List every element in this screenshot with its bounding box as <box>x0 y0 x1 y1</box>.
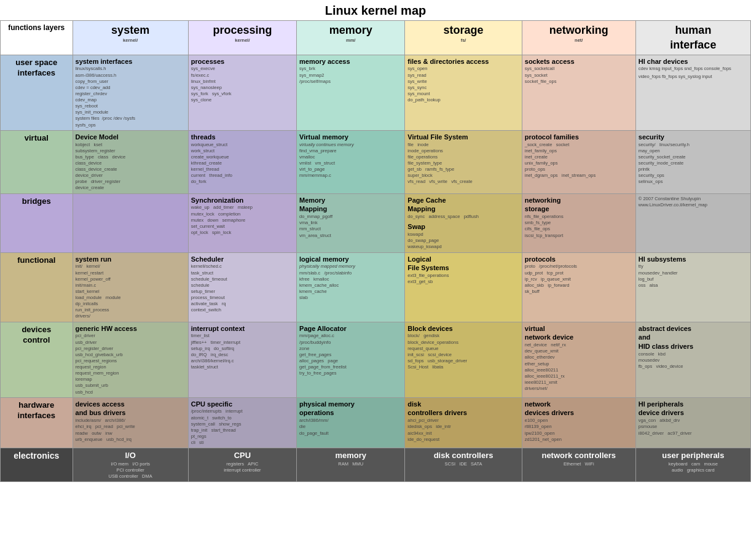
func-memory-title: logical memory <box>299 255 402 264</box>
functions-label: functions layers <box>8 23 65 32</box>
hw-processing-cell: CPU specific /proc/interrupts interrupt … <box>188 397 296 448</box>
user-networking-title: sockets access <box>525 57 633 66</box>
elec-storage-cell: disk controllers SCSI IDE SATA <box>405 448 522 482</box>
dev-processing-title: interrupt context <box>191 324 294 333</box>
elec-system-cell: I/O I/O mem I/O ports PCI controller USB… <box>73 448 188 482</box>
processing-col-title: processing <box>191 23 294 37</box>
virt-storage-cell: Virtual File System file inode inode_ope… <box>405 130 522 193</box>
dev-system-title: generic HW access <box>76 324 186 333</box>
elec-networking-cell: network controllers Ethernet WiFi <box>522 448 635 482</box>
elec-hi-title: user peripherals <box>639 450 748 461</box>
dev-hi-title: abstract devicesandHID class drivers <box>639 324 748 352</box>
hw-system-cell: devices accessand bus drivers include/as… <box>73 397 188 448</box>
col-header-system: system kernel/ <box>73 21 188 55</box>
kernel-map-table: functions layers system kernel/ processi… <box>0 20 751 482</box>
user-processing-cell: processes sys_execve fs/exec.c linux_bin… <box>188 55 296 130</box>
elec-system-title: I/O <box>76 450 186 461</box>
hardware-row: hardwareinterfaces devices accessand bus… <box>1 397 751 448</box>
hw-storage-cell: diskcontrollers drivers ahci_pci_driver … <box>405 397 522 448</box>
user-storage-title: files & directories access <box>407 57 519 66</box>
elec-processing-cell: CPU registers APIC interrupt controller <box>188 448 296 482</box>
brid-memory-cell: MemoryMapping do_mmap_pgoff vma_link mm_… <box>297 193 405 252</box>
brid-processing-title: Synchronization <box>191 196 294 205</box>
brid-memory-title: MemoryMapping <box>299 196 402 214</box>
storage-col-title: storage <box>407 23 519 37</box>
hw-storage-title: diskcontrollers drivers <box>407 400 519 418</box>
brid-storage-cell: Page CacheMapping do_sync address_space … <box>405 193 522 252</box>
dev-networking-cell: virtualnetwork device net_device netif_r… <box>522 322 635 397</box>
hi-col-title: human interface <box>639 23 748 53</box>
devices-row: devicescontrol generic HW access pci_dri… <box>1 322 751 397</box>
dev-hi-cell: abstract devicesandHID class drivers con… <box>635 322 750 397</box>
dev-storage-cell: Block devices block/ gendisk block_devic… <box>405 322 522 397</box>
user-memory-cell: memory access sys_brk sys_mmap2 /proc/se… <box>297 55 405 130</box>
hw-memory-title: physical memoryoperations <box>299 400 402 418</box>
user-hi-title: HI char devices <box>639 57 748 66</box>
user-space-row: user spaceinterfaces system interfaces l… <box>1 55 751 130</box>
func-processing-title: Scheduler <box>191 255 294 264</box>
virt-memory-title: Virtual memory <box>299 133 402 142</box>
elec-hi-cell: user peripherals keyboard cam mouse audi… <box>635 448 750 482</box>
functional-label: functional <box>1 252 73 322</box>
system-col-sub: kernel/ <box>76 37 186 44</box>
virt-networking-title: protocol families <box>525 133 633 142</box>
virtual-row: virtual Device Model kobject kset subsys… <box>1 130 751 193</box>
col-header-memory: memory mm/ <box>297 21 405 55</box>
hw-system-title: devices accessand bus drivers <box>76 400 186 418</box>
memory-col-title: memory <box>299 23 402 37</box>
user-system-cell: system interfaces linux/syscalls.h asm-i… <box>73 55 188 130</box>
elec-memory-title: memory <box>299 450 402 461</box>
virt-hi-cell: security security/ linux/security.h may_… <box>635 130 750 193</box>
func-hi-cell: HI subsystems tty mousedev_handler log_b… <box>635 252 750 322</box>
col-header-hi: human interface <box>635 21 750 55</box>
virt-storage-title: Virtual File System <box>407 133 519 142</box>
dev-memory-cell: Page Allocator mm/page_alloc.c /proc/bud… <box>297 322 405 397</box>
func-networking-title: protocols <box>525 255 633 264</box>
brid-hi-cell: © 2007 Constantine Shulyupin www.LinuxDr… <box>635 193 750 252</box>
virtual-label: virtual <box>1 130 73 193</box>
storage-col-sub: fs/ <box>407 37 519 44</box>
user-space-label: user spaceinterfaces <box>1 55 73 130</box>
user-memory-title: memory access <box>299 57 402 66</box>
dev-processing-cell: interrupt context timer_list jiffies++ t… <box>188 322 296 397</box>
func-memory-cell: logical memory physically mapped memory … <box>297 252 405 322</box>
networking-col-sub: net/ <box>525 37 633 44</box>
col-header-storage: storage fs/ <box>405 21 522 55</box>
func-system-cell: system run init/ kernel/ kernel_restart … <box>73 252 188 322</box>
swap-title: Swap <box>407 222 519 231</box>
brid-storage-title: Page CacheMapping <box>407 196 519 214</box>
electronics-row: electronics I/O I/O mem I/O ports PCI co… <box>1 448 751 482</box>
func-hi-title: HI subsystems <box>639 255 748 264</box>
bridges-row: bridges Synchronization wake_up add_time… <box>1 193 751 252</box>
virt-memory-cell: Virtual memory virtually continues memor… <box>297 130 405 193</box>
brid-system-cell <box>73 193 188 252</box>
dev-memory-title: Page Allocator <box>299 324 402 333</box>
elec-memory-cell: memory RAM MMU <box>297 448 405 482</box>
func-system-title: system run <box>76 255 186 264</box>
electronics-label: electronics <box>1 448 73 482</box>
page-wrapper: Linux kernel map functions layers system… <box>0 0 751 482</box>
col-header-networking: networking net/ <box>522 21 635 55</box>
devices-label: devicescontrol <box>1 322 73 397</box>
header-row: functions layers system kernel/ processi… <box>1 21 751 55</box>
func-networking-cell: protocols proto /proc/net/protocols udp_… <box>522 252 635 322</box>
bridges-label: bridges <box>1 193 73 252</box>
electronics-text: electronics <box>14 451 59 461</box>
func-storage-cell: LogicalFile Systems ext3_file_operations… <box>405 252 522 322</box>
dev-storage-title: Block devices <box>407 324 519 333</box>
func-processing-cell: Scheduler kernell/sched.c task_struct sc… <box>188 252 296 322</box>
memory-col-sub: mm/ <box>299 37 402 44</box>
virt-processing-title: threads <box>191 133 294 142</box>
virt-system-title: Device Model <box>76 133 186 142</box>
user-storage-cell: files & directories access sys_open sys_… <box>405 55 522 130</box>
hw-networking-title: networkdevices drivers <box>525 400 633 418</box>
brid-processing-cell: Synchronization wake_up add_timer msleep… <box>188 193 296 252</box>
user-system-title: system interfaces <box>76 57 186 66</box>
virt-hi-title: security <box>639 133 748 142</box>
hw-hi-title: HI peripheralsdevice drivers <box>639 400 748 418</box>
user-hi-cell: HI char devices cdev kmsg input_fops snd… <box>635 55 750 130</box>
user-processing-title: processes <box>191 57 294 66</box>
hw-hi-cell: HI peripheralsdevice drivers vga_con atk… <box>635 397 750 448</box>
elec-processing-title: CPU <box>191 450 294 461</box>
user-networking-cell: sockets access sys_socketcall sys_socket… <box>522 55 635 130</box>
